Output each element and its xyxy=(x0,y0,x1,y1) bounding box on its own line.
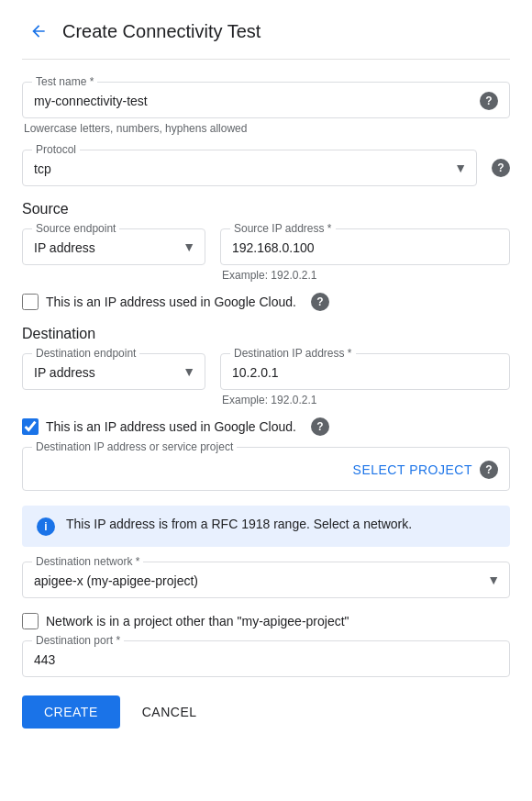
destination-ip-example: Example: 192.0.2.1 xyxy=(220,394,510,406)
protocol-label: Protocol xyxy=(32,143,80,156)
protocol-select[interactable]: tcp udp icmp esp gre sctp xyxy=(34,158,443,180)
page-container: Create Connectivity Test Test name ? Low… xyxy=(0,0,532,751)
destination-ip-col: Destination IP address Example: 192.0.2.… xyxy=(220,353,510,406)
destination-endpoint-select[interactable]: IP address VM instance GKE Pod App Engin… xyxy=(34,362,172,384)
destination-network-select[interactable]: apigee-x (my-apigee-project) xyxy=(34,570,476,592)
source-section-title: Source xyxy=(22,201,510,217)
test-name-group: Test name ? Lowercase letters, numbers, … xyxy=(22,82,510,135)
source-endpoint-label: Source endpoint xyxy=(32,222,119,235)
source-ip-wrapper: Source IP address xyxy=(220,228,510,265)
destination-network-group: Destination network apigee-x (my-apigee-… xyxy=(22,562,510,598)
dest-project-field: Destination IP address or service projec… xyxy=(22,447,510,491)
destination-google-cloud-label: This is an IP address used in Google Clo… xyxy=(46,419,296,434)
protocol-select-wrapper: Protocol tcp udp icmp esp gre sctp ▼ xyxy=(22,150,477,186)
protocol-group: Protocol tcp udp icmp esp gre sctp ▼ ? xyxy=(22,150,510,186)
destination-section: Destination Destination endpoint IP addr… xyxy=(22,326,510,677)
destination-port-label: Destination port xyxy=(32,634,124,647)
test-name-hint: Lowercase letters, numbers, hyphens allo… xyxy=(22,122,510,135)
info-icon: i xyxy=(37,517,55,536)
dest-project-field-label: Destination IP address or service projec… xyxy=(32,440,237,453)
source-endpoint-select[interactable]: IP address VM instance GKE Pod App Engin… xyxy=(34,237,172,259)
destination-fields-row: Destination endpoint IP address VM insta… xyxy=(22,353,510,406)
destination-network-arrow: ▼ xyxy=(487,573,500,587)
destination-ip-input[interactable] xyxy=(232,362,498,384)
destination-network-select-outer: Destination network apigee-x (my-apigee-… xyxy=(22,562,510,598)
source-endpoint-col: Source endpoint IP address VM instance G… xyxy=(22,228,205,282)
destination-endpoint-arrow: ▼ xyxy=(183,364,195,379)
protocol-help-icon[interactable]: ? xyxy=(492,159,510,177)
test-name-help-icon[interactable]: ? xyxy=(480,92,498,110)
destination-google-cloud-help-icon[interactable]: ? xyxy=(311,417,329,436)
other-project-row: Network is in a project other than "my-a… xyxy=(22,613,510,629)
destination-port-group: Destination port xyxy=(22,640,510,677)
action-row: CREATE CANCEL xyxy=(22,695,510,729)
test-name-label: Test name xyxy=(32,75,97,88)
source-endpoint-wrapper: Source endpoint IP address VM instance G… xyxy=(22,228,205,265)
info-banner-text: This IP address is from a RFC 1918 range… xyxy=(66,517,412,531)
destination-ip-wrapper: Destination IP address xyxy=(220,353,510,390)
page-title: Create Connectivity Test xyxy=(62,21,260,42)
source-endpoint-arrow: ▼ xyxy=(183,239,195,254)
info-banner: i This IP address is from a RFC 1918 ran… xyxy=(22,506,510,547)
destination-endpoint-label: Destination endpoint xyxy=(32,347,139,360)
destination-endpoint-col: Destination endpoint IP address VM insta… xyxy=(22,353,205,406)
destination-google-cloud-checkbox[interactable] xyxy=(22,418,39,435)
destination-network-wrapper: Destination network apigee-x (my-apigee-… xyxy=(22,562,510,598)
destination-ip-label: Destination IP address xyxy=(230,347,356,360)
destination-port-input[interactable] xyxy=(34,649,498,671)
cancel-button[interactable]: CANCEL xyxy=(127,695,212,729)
other-project-label: Network is in a project other than "my-a… xyxy=(46,614,349,629)
source-section: Source Source endpoint IP address VM ins… xyxy=(22,201,510,311)
source-ip-col: Source IP address Example: 192.0.2.1 xyxy=(220,228,510,282)
back-button[interactable] xyxy=(22,15,55,48)
destination-network-label: Destination network xyxy=(32,555,143,568)
source-fields-row: Source endpoint IP address VM instance G… xyxy=(22,228,510,282)
destination-google-cloud-row: This is an IP address used in Google Clo… xyxy=(22,417,510,436)
destination-section-title: Destination xyxy=(22,326,510,342)
source-ip-example: Example: 192.0.2.1 xyxy=(220,269,510,282)
source-google-cloud-label: This is an IP address used in Google Clo… xyxy=(46,295,296,309)
select-project-button[interactable]: SELECT PROJECT xyxy=(353,459,472,481)
other-project-checkbox[interactable] xyxy=(22,613,39,629)
protocol-select-outer: Protocol tcp udp icmp esp gre sctp ▼ xyxy=(22,150,477,186)
test-name-field-wrapper: Test name ? xyxy=(22,82,510,118)
test-name-input[interactable] xyxy=(34,90,472,112)
create-button[interactable]: CREATE xyxy=(22,695,120,729)
dest-project-help-icon[interactable]: ? xyxy=(480,461,498,479)
source-ip-label: Source IP address xyxy=(230,222,336,235)
source-ip-input[interactable] xyxy=(232,237,498,259)
source-google-cloud-checkbox[interactable] xyxy=(22,294,39,310)
protocol-dropdown-arrow: ▼ xyxy=(454,161,467,175)
source-google-cloud-help-icon[interactable]: ? xyxy=(311,293,329,311)
header: Create Connectivity Test xyxy=(22,15,510,60)
destination-endpoint-wrapper: Destination endpoint IP address VM insta… xyxy=(22,353,205,390)
destination-port-wrapper: Destination port xyxy=(22,640,510,677)
source-google-cloud-row: This is an IP address used in Google Clo… xyxy=(22,293,510,311)
dest-project-group: Destination IP address or service projec… xyxy=(22,447,510,491)
